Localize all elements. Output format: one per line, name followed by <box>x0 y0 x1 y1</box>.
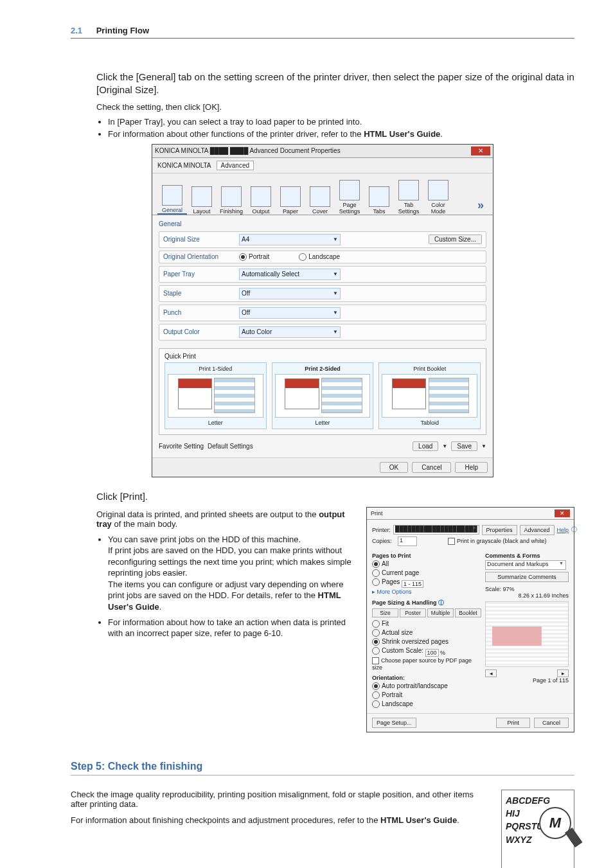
printer-driver-dialog: KONICA MINOLTA ████ ████ Advanced Docume… <box>152 144 493 477</box>
tab-advanced-top[interactable]: Advanced <box>217 161 254 170</box>
print-dialog-title: Print <box>371 510 555 517</box>
pages-input[interactable]: 1 - 115 <box>402 580 423 588</box>
page-settings-icon <box>339 180 360 200</box>
tab-page-settings[interactable]: Page Settings <box>335 179 364 215</box>
row-punch: Punch Off <box>159 305 486 321</box>
comments-select[interactable]: Document and Markups <box>485 560 566 570</box>
row-paper-tray: Paper Tray Automatically Select <box>159 266 486 283</box>
output-icon <box>251 186 271 207</box>
tab-multiple[interactable]: Multiple <box>427 608 454 617</box>
favorite-select[interactable]: Default Settings <box>208 443 285 450</box>
properties-button[interactable]: Properties <box>482 525 517 535</box>
tab-tabs[interactable]: Tabs <box>364 185 394 215</box>
quick-print-label: Quick Print <box>164 353 481 360</box>
qp-booklet-thumb <box>382 374 477 418</box>
radio-all[interactable]: All <box>372 560 389 568</box>
bullet-wrong-size: For information about how to take an act… <box>108 617 357 639</box>
tab-paper[interactable]: Paper <box>276 185 305 215</box>
dialog1-tabstrip: General Layout Finishing Output Paper Co… <box>152 173 493 215</box>
tab-poster[interactable]: Poster <box>400 608 426 617</box>
qp-2sided-thumb <box>275 374 371 418</box>
dialog1-bottom-row: Favorite Setting Default Settings Load ▼… <box>159 441 486 451</box>
pager-label: Page 1 of 115 <box>485 677 569 684</box>
section-header-general: General <box>159 219 486 229</box>
radio-portrait2[interactable]: Portrait <box>372 691 402 699</box>
orientation-header: Orientation: <box>372 675 481 681</box>
print-button[interactable]: Print <box>496 718 530 728</box>
qp-2sided[interactable]: Print 2-Sided Letter <box>272 362 374 429</box>
tab-cover[interactable]: Cover <box>305 185 335 215</box>
choose-paper-source-checkbox[interactable]: Choose paper source by PDF page size <box>372 657 481 671</box>
step5-p2: For information about finishing checkpoi… <box>71 815 488 825</box>
radio-portrait[interactable]: Portrait <box>239 253 269 261</box>
print-dialog: Print ✕ Printer: ████████████████████ Pr… <box>366 507 574 732</box>
help-icon[interactable]: ⓘ <box>571 526 577 534</box>
load-button[interactable]: Load <box>413 441 438 451</box>
tab-output[interactable]: Output <box>246 185 276 215</box>
cancel-button[interactable]: Cancel <box>534 718 569 728</box>
close-icon[interactable]: ✕ <box>471 146 490 155</box>
tab-tab-settings[interactable]: Tab Settings <box>394 179 423 215</box>
cover-icon <box>310 186 330 207</box>
radio-landscape2[interactable]: Landscape <box>372 700 413 708</box>
more-options-toggle[interactable]: ▸ More Options <box>372 589 481 595</box>
radio-current[interactable]: Current page <box>372 569 419 577</box>
dialog1-brand-bar: KONICA MINOLTA Advanced <box>152 158 493 173</box>
tab-general[interactable]: General <box>157 184 187 215</box>
row-staple: Staple Off <box>159 285 486 302</box>
tab-booklet[interactable]: Booklet <box>455 608 481 617</box>
next-page-button[interactable]: ▸ <box>557 669 569 677</box>
printer-select[interactable]: ████████████████████ <box>393 525 479 535</box>
tab-finishing[interactable]: Finishing <box>217 185 246 215</box>
radio-auto-orient[interactable]: Auto portrait/landscape <box>372 682 448 690</box>
row-output-color: Output Color Auto Color <box>159 324 486 341</box>
summarize-button[interactable]: Summarize Comments <box>485 572 569 582</box>
radio-actual[interactable]: Actual size <box>372 629 413 637</box>
ok-button[interactable]: OK <box>380 462 408 473</box>
punch-select[interactable]: Off <box>239 307 341 319</box>
advanced-button[interactable]: Advanced <box>520 525 555 535</box>
intro-text: Click the [General] tab on the setting s… <box>96 71 574 97</box>
close-icon[interactable]: ✕ <box>555 509 570 517</box>
ptp-header: Pages to Print <box>372 553 481 559</box>
bullet-hdd: You can save print jobs on the HDD of th… <box>108 534 357 613</box>
row-orientation: Original Orientation Portrait Landscape <box>159 251 486 263</box>
radio-custom-scale[interactable]: Custom Scale: <box>372 647 423 655</box>
radio-landscape[interactable]: Landscape <box>299 253 340 261</box>
tab-layout[interactable]: Layout <box>187 185 217 215</box>
help-button[interactable]: Help <box>455 462 488 473</box>
cancel-button[interactable]: Cancel <box>412 462 451 473</box>
save-button[interactable]: Save <box>451 441 477 451</box>
section-title: Printing Flow <box>96 26 149 35</box>
gear-icon <box>162 185 182 206</box>
output-tray-text: Original data is printed, and printed sh… <box>96 509 357 529</box>
tab-size[interactable]: Size <box>372 608 398 617</box>
qp-1sided[interactable]: Print 1-Sided Letter <box>164 362 267 429</box>
psh-tabs: Size Poster Multiple Booklet <box>372 608 481 617</box>
staple-select[interactable]: Off <box>239 288 341 299</box>
help-link[interactable]: Help <box>557 527 569 533</box>
prev-page-button[interactable]: ◂ <box>485 669 497 677</box>
tab-settings-icon <box>398 180 419 200</box>
page-setup-button[interactable]: Page Setup... <box>372 718 416 728</box>
grayscale-checkbox[interactable]: Print in grayscale (black and white) <box>448 538 547 545</box>
custom-scale-input[interactable]: 100 <box>425 649 439 657</box>
tabs-more-icon[interactable]: » <box>474 199 488 215</box>
copies-input[interactable]: 1 <box>398 536 417 546</box>
info-icon[interactable]: ⓘ <box>438 599 444 606</box>
tab-color-mode[interactable]: Color Mode <box>423 179 453 215</box>
paper-tray-select[interactable]: Automatically Select <box>239 269 341 280</box>
custom-size-button[interactable]: Custom Size... <box>429 235 482 244</box>
radio-pages[interactable]: Pages <box>372 578 400 586</box>
color-mode-icon <box>428 180 449 200</box>
radio-shrink[interactable]: Shrink oversized pages <box>372 638 449 646</box>
running-header: 2.1 Printing Flow <box>71 26 574 39</box>
psh-header: Page Sizing & Handling ⓘ <box>372 599 481 607</box>
tabs-icon <box>369 186 389 207</box>
quick-print-group: Quick Print Print 1-Sided Letter Print 2… <box>159 348 486 435</box>
output-color-select[interactable]: Auto Color <box>239 326 341 338</box>
radio-fit[interactable]: Fit <box>372 620 389 628</box>
original-size-select[interactable]: A4 <box>239 234 341 245</box>
qp-booklet[interactable]: Print Booklet Tabloid <box>378 362 481 429</box>
click-print-text: Click [Print]. <box>96 490 574 503</box>
